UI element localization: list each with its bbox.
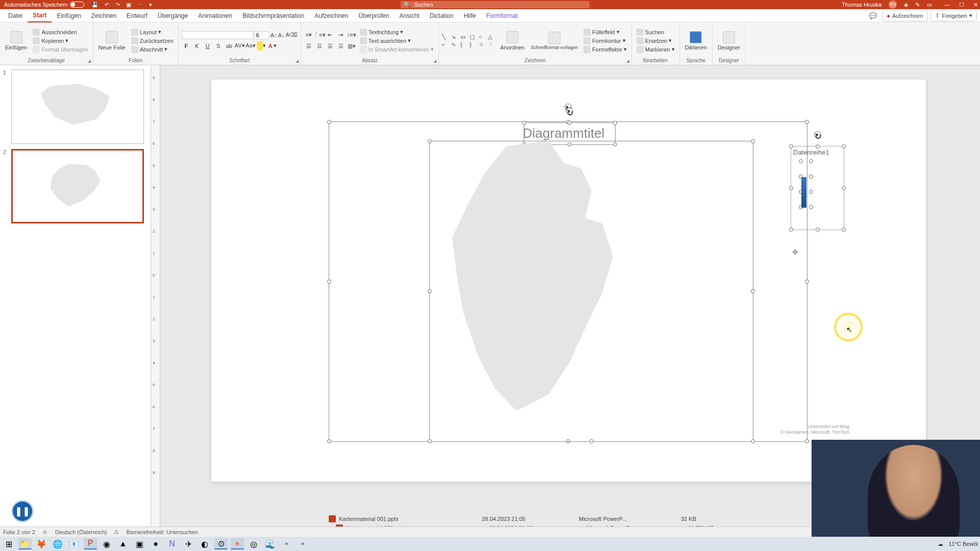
user-avatar[interactable]: TH — [889, 1, 897, 9]
fill-button[interactable]: Fülleffekt▾ — [582, 28, 628, 36]
slideshow-icon[interactable]: ▣ — [126, 2, 131, 8]
recording-app-icon[interactable]: ● — [231, 538, 244, 549]
strikethrough-button[interactable]: S — [214, 41, 223, 51]
chart-legend[interactable]: Datenreihe1 ↻ — [791, 146, 844, 230]
weather-text[interactable]: 11°C Bewöl — [948, 541, 978, 547]
system-tray[interactable]: ☁ 11°C Bewöl — [938, 541, 978, 547]
tab-zeichnen[interactable]: Zeichnen — [86, 9, 121, 22]
highlight-button[interactable]: ▾ — [257, 41, 266, 51]
tab-uebergaenge[interactable]: Übergänge — [153, 9, 193, 22]
layout-button[interactable]: Layout▾ — [130, 28, 175, 36]
cut-button[interactable]: Ausschneiden — [31, 28, 89, 36]
line-spacing-button[interactable]: ↕≡▾ — [347, 31, 356, 40]
replace-button[interactable]: Ersetzen▾ — [635, 37, 676, 45]
slide[interactable]: ↻ ↻ Diagrammtitel Datenreihe1 ↻ — [211, 80, 926, 482]
dialog-launcher-icon[interactable]: ◢ — [296, 59, 299, 63]
weather-icon[interactable]: ☁ — [938, 541, 943, 547]
app-icon[interactable]: ▫ — [296, 538, 309, 549]
dialog-launcher-icon[interactable]: ◢ — [88, 59, 91, 63]
accessibility-status[interactable]: Barrierefreiheit: Untersuchen — [126, 529, 198, 535]
increase-font-icon[interactable]: A↑ — [271, 32, 277, 38]
star-shape-icon[interactable]: ☆ — [479, 41, 487, 48]
window-icon[interactable]: ▭ — [927, 2, 932, 8]
tab-entwurf[interactable]: Entwurf — [121, 9, 153, 22]
dialog-launcher-icon[interactable]: ◢ — [433, 59, 436, 63]
slide-counter[interactable]: Folie 2 von 2 — [3, 529, 35, 535]
onenote-icon[interactable]: N — [165, 538, 179, 549]
clear-format-icon[interactable]: A⌫ — [285, 32, 297, 38]
tab-datei[interactable]: Datei — [3, 9, 28, 22]
tab-ansicht[interactable]: Ansicht — [394, 9, 424, 22]
app-icon[interactable]: ◐ — [198, 538, 211, 549]
tab-animationen[interactable]: Animationen — [193, 9, 237, 22]
chart-title[interactable]: Diagrammtitel — [523, 126, 604, 141]
app-icon[interactable]: ◎ — [247, 538, 260, 549]
arrange-button[interactable]: Anordnen — [498, 23, 527, 58]
justify-button[interactable]: ☰ — [336, 42, 346, 51]
tab-einfuegen[interactable]: Einfügen — [52, 9, 86, 22]
minimize-icon[interactable]: — — [944, 2, 950, 8]
line-shape-icon[interactable]: ╲ — [442, 34, 450, 40]
app-icon[interactable]: ◉ — [100, 538, 113, 549]
brace2-shape-icon[interactable]: } — [470, 41, 478, 48]
align-text-button[interactable]: Text ausrichten▾ — [358, 37, 435, 45]
paste-button[interactable]: Einfügen — [3, 23, 29, 58]
outlook-icon[interactable]: 📧 — [67, 538, 81, 549]
explorer-icon[interactable]: 📁 — [18, 538, 32, 549]
brace-shape-icon[interactable]: { — [460, 41, 469, 48]
spacing-button[interactable]: AV▾ — [235, 41, 244, 51]
firefox-icon[interactable]: 🦊 — [35, 538, 48, 549]
tab-bildschirm[interactable]: Bildschirmpräsentation — [237, 9, 309, 22]
app-icon[interactable]: ● — [149, 538, 162, 549]
find-button[interactable]: Suchen — [635, 28, 676, 36]
format-painter-button[interactable]: Format übertragen — [31, 45, 89, 54]
rotate-handle-icon[interactable]: ↻ — [814, 131, 821, 138]
tab-formformat[interactable]: Formformat — [481, 9, 523, 22]
italic-button[interactable]: K — [192, 41, 202, 51]
redo-icon[interactable]: ↷ — [115, 2, 120, 8]
thumbnail-slide-1[interactable]: 1 — [4, 69, 146, 144]
text-direction-button[interactable]: Textrichtung▾ — [358, 28, 435, 36]
curve-shape-icon[interactable]: ∿ — [451, 41, 459, 48]
outline-button[interactable]: Formkontur▾ — [582, 37, 628, 45]
freigeben-button[interactable]: ⇧Freigeben▾ — [930, 10, 977, 21]
oval-shape-icon[interactable]: ○ — [479, 34, 487, 40]
smartart-button[interactable]: In SmartArt konvertieren▾ — [358, 45, 435, 54]
designer-button[interactable]: Designer — [716, 23, 742, 58]
user-name[interactable]: Thomas Hruska — [842, 2, 881, 8]
align-right-button[interactable]: ☰ — [326, 42, 335, 51]
connector-shape-icon[interactable]: ⌐ — [442, 41, 450, 48]
case-button[interactable]: Aa▾ — [246, 41, 255, 51]
font-size-input[interactable] — [254, 31, 270, 39]
dictate-button[interactable]: Diktieren — [683, 23, 709, 58]
thumbnail-slide-2[interactable]: 2 — [4, 149, 146, 223]
vlc-icon[interactable]: ▲ — [116, 538, 130, 549]
numbering-button[interactable]: ⋮≡▾ — [315, 31, 324, 40]
start-button[interactable]: ⊞ — [2, 538, 15, 549]
maximize-icon[interactable]: ☐ — [959, 2, 964, 8]
search-box[interactable]: 🔍 Suchen — [401, 1, 590, 8]
dialog-launcher-icon[interactable]: ◢ — [626, 59, 629, 63]
language-status[interactable]: Deutsch (Österreich) — [55, 529, 107, 535]
increase-indent-button[interactable]: ⇥ — [336, 31, 346, 40]
toggle-off-icon[interactable] — [70, 2, 84, 8]
more-shapes-icon[interactable]: ⋮ — [488, 41, 496, 48]
save-icon[interactable]: 💾 — [91, 2, 99, 8]
shapes-gallery[interactable]: ╲↘▭▢○△ ⌐∿{}☆⋮ — [442, 23, 496, 58]
columns-button[interactable]: ▥▾ — [347, 42, 356, 51]
select-button[interactable]: Markieren▾ — [635, 45, 676, 54]
comments-icon[interactable]: 💬 — [867, 10, 879, 21]
section-button[interactable]: Abschnitt▾ — [130, 45, 175, 54]
edge-icon[interactable]: 🌊 — [263, 538, 277, 549]
coming-soon-icon[interactable]: ◈ — [904, 2, 908, 8]
more-icon[interactable]: ⋯ — [137, 2, 143, 8]
aufzeichnen-button[interactable]: ●Aufzeichnen — [882, 10, 927, 21]
tab-start[interactable]: Start — [28, 9, 52, 22]
tab-aufzeichnen[interactable]: Aufzeichnen — [309, 9, 353, 22]
app-icon[interactable]: ▫ — [280, 538, 293, 549]
accessibility-check-icon[interactable]: ⚠ — [114, 529, 119, 535]
powerpoint-icon[interactable]: P — [84, 538, 97, 549]
rotate-handle-icon[interactable]: ↻ — [566, 108, 573, 115]
roundrect-shape-icon[interactable]: ▢ — [470, 34, 478, 40]
app-icon[interactable]: ▣ — [133, 538, 146, 549]
